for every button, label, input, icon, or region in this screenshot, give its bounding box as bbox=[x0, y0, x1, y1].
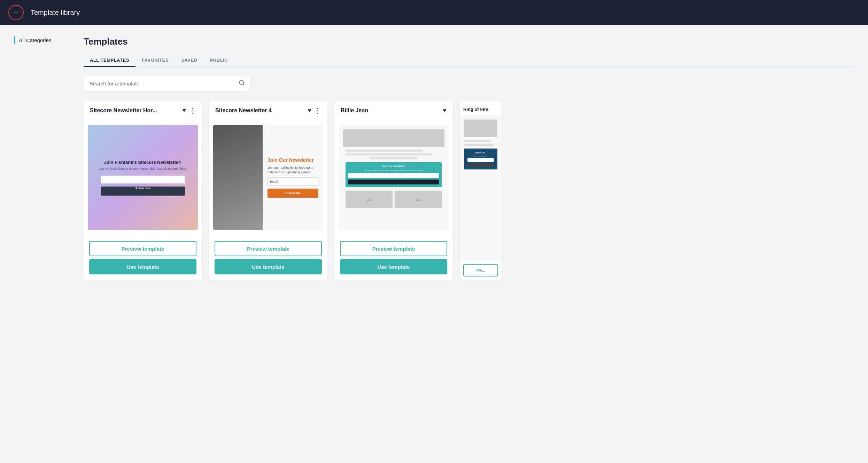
card-title-4: Ring of Fire bbox=[463, 107, 488, 112]
card-actions-3: ♥ bbox=[443, 107, 447, 114]
tmpl4-banner bbox=[464, 120, 497, 137]
card-buttons-1: Preview template Use template bbox=[84, 237, 202, 280]
tmpl2-bg bbox=[213, 125, 263, 230]
more-options-icon-2[interactable]: ⋮ bbox=[314, 107, 321, 114]
tmpl4-dark-input bbox=[467, 158, 494, 162]
tmpl3-mini-headline: Join Our Newsletter bbox=[348, 165, 439, 167]
image-placeholder-icon-2: ⛰ bbox=[416, 196, 421, 203]
search-icon bbox=[239, 79, 245, 88]
preview-template-button-3[interactable]: Preview template bbox=[340, 241, 447, 256]
tab-saved[interactable]: SAVED bbox=[175, 54, 203, 67]
tmpl3-line-2 bbox=[346, 153, 432, 155]
card-title-3: Billie Jean bbox=[341, 107, 368, 114]
use-template-button-3[interactable]: Use template bbox=[340, 259, 447, 274]
template-card-4-partial: Ring of Fire Join Our Ne... Join our mai… bbox=[460, 101, 502, 280]
search-container bbox=[84, 76, 251, 91]
tmpl4-dark-btn bbox=[467, 163, 494, 167]
tmpl4-dark-sub: Join our mailing list... bbox=[474, 155, 487, 157]
tmpl4-dark-headline: Join Our Ne... bbox=[475, 152, 487, 154]
sidebar-item-all-categories[interactable]: All Categories bbox=[14, 36, 70, 44]
card-header-3: Billie Jean ♥ bbox=[334, 101, 453, 118]
preview-template-button-1[interactable]: Preview template bbox=[89, 241, 196, 256]
back-button[interactable]: ← bbox=[8, 5, 24, 20]
card-title-1: Sitecore Newsletter Hor... bbox=[90, 107, 157, 114]
app-title: Template library bbox=[31, 9, 80, 17]
preview-template-button-4[interactable]: Pre... bbox=[463, 264, 498, 276]
card-thumbnail-1: Join Fishtank's Sitecore Newsletter! Get… bbox=[84, 118, 202, 237]
favorite-icon-3[interactable]: ♥ bbox=[443, 107, 447, 114]
tmpl1-preview: Join Fishtank's Sitecore Newsletter! Get… bbox=[88, 125, 198, 230]
tmpl2-email-preview bbox=[268, 177, 318, 186]
use-template-button-2[interactable]: Use template bbox=[215, 259, 322, 274]
page-title: Templates bbox=[84, 36, 854, 47]
card-thumbnail-3: Join Our Newsletter Join our mailing lis… bbox=[334, 118, 453, 237]
tab-favorites[interactable]: FAVORITES bbox=[135, 54, 175, 67]
tmpl1-btn-preview: Subscribe bbox=[101, 187, 185, 196]
card-buttons-3: Preview template Use template bbox=[334, 237, 453, 280]
tmpl2-preview: Join Our Newsletter Join our mailing lis… bbox=[213, 125, 323, 230]
card-thumbnail-2: Join Our Newsletter Join our mailing lis… bbox=[209, 118, 327, 237]
card-buttons-2: Preview template Use template bbox=[209, 237, 327, 280]
app-header: ← Template library bbox=[0, 0, 868, 25]
card-title-2: Sitecore Newsletter 4 bbox=[215, 107, 272, 114]
tmpl2-subscribe-preview: Subscribe bbox=[268, 189, 318, 198]
tmpl3-line-1 bbox=[346, 150, 423, 152]
tmpl4-lines bbox=[464, 140, 497, 146]
sidebar: All Categories bbox=[14, 36, 70, 280]
use-template-button-1[interactable]: Use template bbox=[89, 259, 196, 274]
tab-public[interactable]: PUBLIC bbox=[203, 54, 234, 67]
svg-line-1 bbox=[243, 84, 244, 85]
template-card-1: Sitecore Newsletter Hor... ♥ ⋮ Join Fish… bbox=[84, 101, 202, 280]
tmpl2-text: Join Our Newsletter Join our mailing lis… bbox=[263, 125, 323, 230]
preview-template-button-2[interactable]: Preview template bbox=[215, 241, 322, 256]
tmpl3-preview: Join Our Newsletter Join our mailing lis… bbox=[339, 125, 449, 230]
tmpl3-mini-sub: Join our mailing list to keep up to date… bbox=[348, 169, 439, 171]
tmpl3-img-1: ⛰ bbox=[346, 191, 393, 208]
tmpl1-sub: Get the best Sitecore content, news, tip… bbox=[99, 167, 187, 170]
tab-all-templates[interactable]: ALL TEMPLATES bbox=[84, 54, 135, 67]
back-arrow-icon: ← bbox=[13, 9, 19, 16]
tmpl2-desc: Join our mailing list to keep up to date… bbox=[268, 166, 318, 174]
tmpl1-input-preview bbox=[101, 175, 185, 184]
tmpl1-headline: Join Fishtank's Sitecore Newsletter! bbox=[104, 160, 182, 165]
tabs-nav: ALL TEMPLATES FAVORITES SAVED PUBLIC bbox=[84, 54, 854, 67]
tmpl3-lines bbox=[343, 150, 444, 159]
tmpl4-preview: Join Our Ne... Join our mailing list... bbox=[460, 115, 502, 260]
main-layout: All Categories Templates ALL TEMPLATES F… bbox=[0, 25, 868, 291]
tmpl3-banner bbox=[343, 129, 444, 147]
tmpl4-dark-block: Join Our Ne... Join our mailing list... bbox=[464, 149, 497, 169]
card-header-1: Sitecore Newsletter Hor... ♥ ⋮ bbox=[84, 101, 202, 118]
tmpl4-line-2 bbox=[464, 144, 494, 146]
card-actions-2: ♥ ⋮ bbox=[308, 107, 321, 114]
favorite-icon-1[interactable]: ♥ bbox=[182, 107, 186, 114]
image-placeholder-icon-1: ⛰ bbox=[366, 196, 372, 203]
partial-btn-area: Pre... bbox=[460, 260, 502, 280]
tmpl3-mini-btn bbox=[348, 180, 439, 184]
card-actions-1: ♥ ⋮ bbox=[182, 107, 196, 114]
tmpl4-line-1 bbox=[464, 140, 491, 142]
templates-grid: Sitecore Newsletter Hor... ♥ ⋮ Join Fish… bbox=[84, 101, 854, 280]
tmpl3-images-row: ⛰ ⛰ bbox=[343, 191, 444, 208]
sidebar-accent bbox=[14, 36, 15, 44]
tmpl3-mini-card: Join Our Newsletter Join our mailing lis… bbox=[346, 162, 442, 187]
search-input[interactable] bbox=[90, 81, 235, 86]
tmpl3-line-3 bbox=[370, 157, 418, 159]
more-options-icon-1[interactable]: ⋮ bbox=[189, 107, 196, 114]
tmpl2-image bbox=[213, 125, 263, 230]
card-header-2: Sitecore Newsletter 4 ♥ ⋮ bbox=[209, 101, 327, 118]
template-card-2: Sitecore Newsletter 4 ♥ ⋮ Join Our Newsl… bbox=[209, 101, 327, 280]
card-header-4: Ring of Fire bbox=[460, 101, 502, 115]
main-content: Templates ALL TEMPLATES FAVORITES SAVED … bbox=[84, 36, 854, 280]
favorite-icon-2[interactable]: ♥ bbox=[308, 107, 311, 114]
tmpl2-join-text: Join Our Newsletter bbox=[268, 157, 318, 163]
tmpl3-img-2: ⛰ bbox=[395, 191, 442, 208]
tmpl3-mini-input bbox=[348, 173, 439, 178]
sidebar-item-label: All Categories bbox=[19, 37, 51, 43]
template-card-3: Billie Jean ♥ Join Our New bbox=[334, 101, 453, 280]
